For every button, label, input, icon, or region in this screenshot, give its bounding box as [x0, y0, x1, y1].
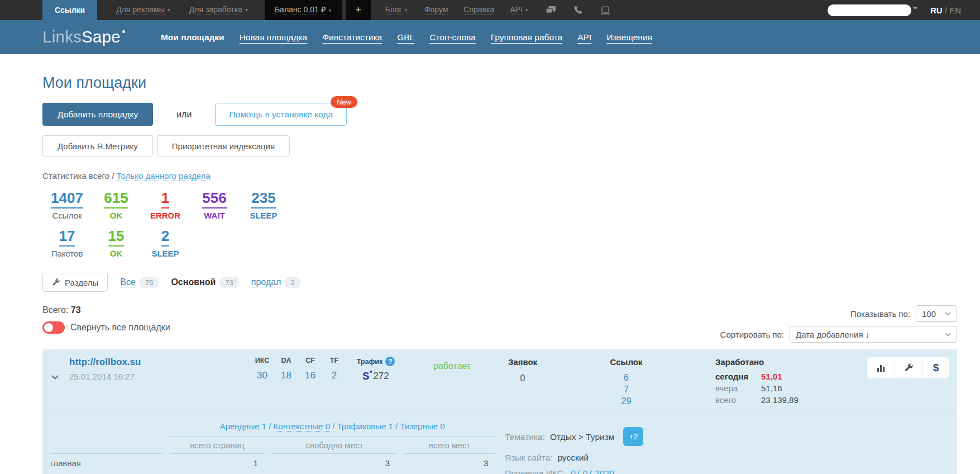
add-metrika-button[interactable]: Добавить Я.Метрику — [42, 135, 153, 157]
earned-yesterday-value: 51,16 — [761, 382, 799, 394]
section-tab-main: Основной 73 — [171, 277, 238, 288]
earned-total-value: 23 139,89 — [761, 394, 799, 406]
site-info: http://rollbox.su 25.01.2014 16:27 — [69, 357, 141, 381]
stats-row-links: 1407 Ссылок 615 OK 1 ERROR 556 WAIT 235 … — [42, 189, 957, 220]
phone-icon[interactable] — [573, 0, 582, 20]
stats-prefix: Статистика всего / — [42, 171, 117, 181]
per-page-label: Показывать по: — [850, 309, 910, 319]
add-funds-button[interactable]: + — [346, 0, 371, 20]
settings-wrench-icon[interactable] — [895, 357, 922, 378]
topbar-item-blog[interactable]: Блог ▾ — [385, 0, 408, 20]
site-card: http://rollbox.su 25.01.2014 16:27 ИКС 3… — [42, 349, 957, 474]
iks-check-date[interactable]: 07.07.2020 — [571, 467, 614, 474]
toggle-knob — [44, 323, 53, 332]
topbar-item-forum[interactable]: Форум — [424, 0, 448, 20]
sections-row: Разделы Все 75 Основной 73 продал 2 — [42, 273, 957, 292]
nav-item-fin-stats[interactable]: Финстатистика — [322, 32, 382, 42]
nav-item-new-site[interactable]: Новая площадка — [240, 32, 308, 42]
chat-icon[interactable] — [546, 0, 556, 20]
topbar-item-for-earn[interactable]: Для заработка ▾ — [189, 0, 248, 20]
sections-button-label: Разделы — [65, 278, 98, 287]
lang-ru[interactable]: RU — [930, 6, 943, 15]
stat-packages-sleep: 2 SLEEP — [141, 227, 190, 258]
navbar: LinksSape Мои площадки Новая площадка Фи… — [0, 20, 980, 54]
earned-total-label: всего — [715, 394, 761, 406]
links-count-3[interactable]: 29 — [594, 395, 658, 407]
priority-indexation-button[interactable]: Приоритетная индексация — [157, 135, 290, 157]
topbar: Ссылки Для рекламы ▾ Для заработка ▾ Бал… — [0, 0, 980, 20]
stat-links-ok: 615 OK — [92, 189, 141, 220]
metric-traffic: Трафик ? S 272 — [346, 357, 405, 382]
help-install-code-button[interactable]: Помощь в установке кода New — [215, 103, 347, 126]
sape-s-logo: S — [362, 371, 369, 382]
caret-down-icon: ▾ — [245, 0, 248, 20]
logo-links-text: Links — [42, 28, 82, 46]
column-header-free: свободно мест — [273, 437, 396, 454]
links-sape-logo[interactable]: LinksSape — [42, 28, 125, 46]
user-account-redacted[interactable] — [828, 4, 911, 16]
type-teaser-link[interactable]: Тизерные 0 — [400, 421, 444, 431]
caret-down-icon: ▾ — [168, 0, 170, 20]
caret-down-icon: ▾ — [329, 7, 332, 13]
site-url-link[interactable]: http://rollbox.su — [69, 357, 141, 367]
type-context-link[interactable]: Контекстные 0 — [274, 421, 330, 432]
topbar-item-help[interactable]: Справка — [463, 0, 494, 20]
earned-today-value: 51,01 — [761, 371, 799, 382]
theme-more-button[interactable]: +2 — [623, 427, 643, 446]
requests-value: 0 — [489, 373, 556, 383]
nav-item-group-work[interactable]: Групповая работа — [491, 32, 562, 42]
links-count-1[interactable]: 6 — [594, 372, 658, 383]
collapse-all-toggle[interactable] — [42, 321, 65, 334]
sections-button[interactable]: Разделы — [42, 273, 108, 292]
help-question-icon[interactable]: ? — [385, 357, 395, 366]
count-badge: 73 — [219, 277, 238, 288]
tab-links[interactable]: Ссылки — [42, 0, 97, 20]
nav-item-gbl[interactable]: GBL — [397, 32, 414, 42]
chevron-down-icon — [945, 333, 951, 336]
logo-sape-text: Sape — [82, 28, 121, 46]
nav-item-stop-words[interactable]: Стоп-слова — [429, 32, 476, 42]
metric-tf: TF 2 — [322, 357, 346, 382]
stat-links-wait: 556 WAIT — [190, 189, 239, 220]
site-language-value: русский — [557, 452, 589, 463]
metric-cf: CF 16 — [298, 357, 322, 382]
stats-header: Статистика всего / Только данного раздел… — [42, 171, 957, 181]
traffic-value: 272 — [373, 371, 389, 382]
chevron-down-icon — [945, 312, 951, 316]
language-switcher[interactable]: RU / EN — [930, 6, 961, 15]
earned-column: Заработано сегодня 51,01 вчера 51,16 все… — [715, 357, 799, 406]
links-count-2[interactable]: 7 — [594, 383, 658, 395]
nav-item-my-sites[interactable]: Мои площадки — [161, 32, 224, 42]
collapse-row-icon[interactable] — [51, 375, 59, 380]
type-rent-link[interactable]: Арендные 1 — [219, 421, 266, 431]
stats-section-link[interactable]: Только данного раздела — [117, 171, 211, 181]
caret-down-icon: ▾ — [405, 0, 408, 20]
metric-iks: ИКС 30 — [250, 357, 274, 382]
row-label-main: главная — [50, 454, 162, 469]
count-badge: 2 — [285, 277, 300, 288]
monitor-icon[interactable] — [600, 0, 610, 20]
stat-packages-ok: 15 OK — [92, 227, 141, 258]
per-page-select[interactable]: 100 — [916, 305, 957, 322]
collapse-all-label: Свернуть все площадки — [70, 323, 170, 333]
add-site-button[interactable]: Добавить площадку — [42, 103, 153, 126]
statistics-chart-icon[interactable] — [867, 357, 895, 378]
type-traffic-link[interactable]: Трафиковые 1 — [337, 421, 393, 431]
main-menu: Мои площадки Новая площадка Финстатистик… — [161, 32, 667, 42]
site-status: работает — [433, 361, 471, 371]
topbar-item-for-ads[interactable]: Для рекламы ▾ — [116, 0, 170, 20]
stat-links-total: 1407 Ссылок — [42, 189, 92, 220]
nav-item-notifications[interactable]: Извещения — [606, 32, 652, 42]
pages-table: Арендные 1 / Контекстные 0 / Трафиковые … — [50, 416, 495, 474]
topbar-item-api[interactable]: API ▾ — [510, 0, 528, 20]
prices-dollar-icon[interactable]: $ — [922, 357, 949, 378]
sort-by-select[interactable]: Дата добавления ↓ — [790, 326, 957, 343]
nav-item-api[interactable]: API — [577, 32, 591, 42]
balance-dropdown[interactable]: Баланс 0,01 ₽ ▾ — [265, 0, 342, 20]
site-added-date: 25.01.2014 16:27 — [69, 372, 141, 381]
lang-en[interactable]: EN — [949, 6, 961, 15]
site-metrics: ИКС 30 DA 18 CF 16 TF 2 Трафик — [250, 357, 405, 382]
stat-links-error: 1 ERROR — [141, 189, 190, 220]
section-tab-sold: продал 2 — [251, 277, 300, 288]
metric-da: DA 18 — [274, 357, 298, 382]
